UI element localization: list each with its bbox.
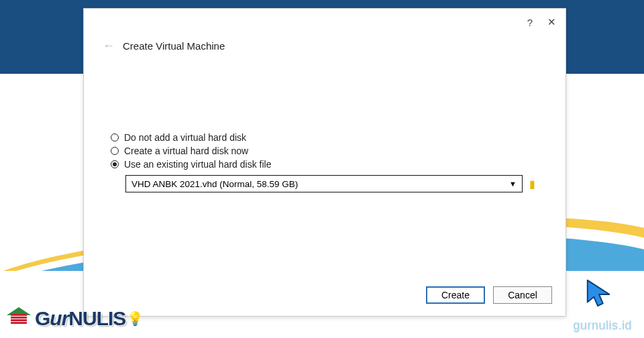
lightbulb-icon: 💡 (127, 311, 140, 327)
radio-icon (111, 133, 119, 142)
radio-icon-selected (111, 160, 119, 168)
disk-file-dropdown[interactable]: VHD ANBK 2021.vhd (Normal, 58.59 GB) ▼ (125, 175, 523, 192)
browse-folder-icon[interactable]: ▮ (525, 175, 539, 192)
dialog-title: Create Virtual Machine (123, 40, 225, 52)
watermark-text: gurnulis.id (573, 319, 632, 333)
cancel-button[interactable]: Cancel (493, 286, 552, 304)
radio-icon (111, 147, 119, 155)
dialog-body: Do not add a virtual hard disk Create a … (84, 58, 566, 192)
radio-create-disk[interactable]: Create a virtual hard disk now (111, 146, 539, 156)
chevron-down-icon: ▼ (509, 180, 517, 188)
logo-text: GurNULIS (35, 307, 125, 330)
dialog-button-row: Create Cancel (426, 286, 552, 304)
dropdown-selected-text: VHD ANBK 2021.vhd (Normal, 58.59 GB) (131, 179, 298, 189)
close-icon[interactable]: ✕ (547, 16, 556, 28)
disk-file-row: VHD ANBK 2021.vhd (Normal, 58.59 GB) ▼ ▮ (125, 175, 539, 192)
title-bar: ? ✕ (84, 9, 566, 36)
radio-no-disk[interactable]: Do not add a virtual hard disk (111, 132, 539, 143)
create-vm-dialog: ? ✕ ← Create Virtual Machine Do not add … (83, 8, 566, 317)
grad-cap-icon (5, 304, 34, 333)
dialog-header: ← Create Virtual Machine (84, 36, 566, 58)
radio-use-existing[interactable]: Use an existing virtual hard disk file (111, 159, 539, 170)
back-arrow-icon[interactable]: ← (103, 40, 115, 52)
site-logo: GurNULIS 💡 (5, 304, 140, 333)
help-icon[interactable]: ? (527, 17, 533, 28)
radio-label: Use an existing virtual hard disk file (124, 159, 271, 170)
radio-label: Do not add a virtual hard disk (124, 132, 246, 143)
radio-label: Create a virtual hard disk now (124, 146, 248, 156)
create-button[interactable]: Create (426, 286, 485, 304)
